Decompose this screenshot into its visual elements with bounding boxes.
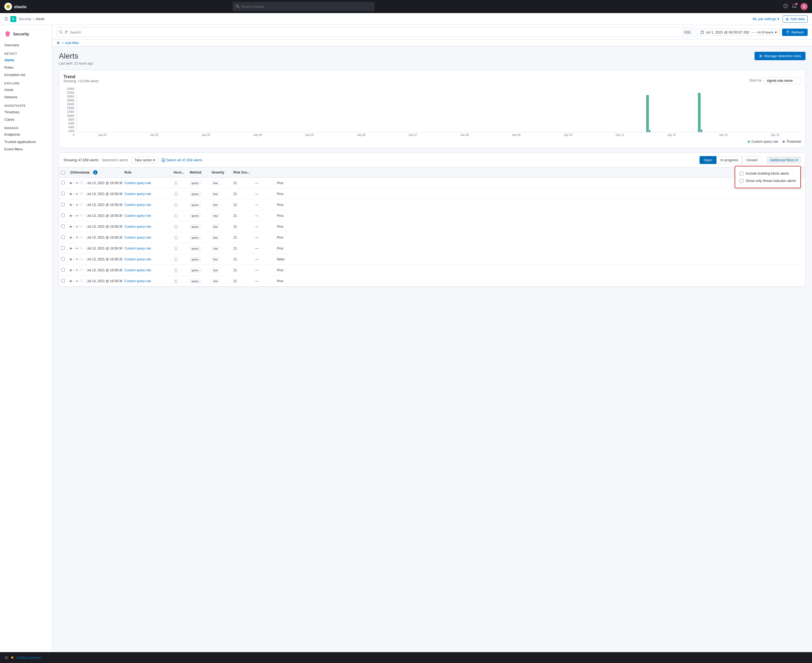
take-action-button[interactable]: Take action ▾ bbox=[132, 157, 158, 163]
row-rule-link[interactable]: Custom query rule bbox=[124, 181, 151, 185]
add-data-button[interactable]: ⊕ Add data bbox=[783, 16, 808, 23]
row-circle-icon: ○ bbox=[73, 247, 75, 250]
col-rule[interactable]: Rule bbox=[122, 169, 171, 176]
tab-open[interactable]: Open bbox=[699, 156, 717, 164]
filter-toggle-icon[interactable]: ⊕ bbox=[57, 40, 60, 45]
col-severity[interactable]: Severity bbox=[210, 169, 231, 176]
sidebar-section-explore: Explore bbox=[0, 78, 52, 86]
sidebar-item-trusted-applications[interactable]: Trusted applications bbox=[0, 138, 52, 146]
sidebar-item-timelines[interactable]: Timelines bbox=[0, 108, 52, 116]
row-expand-icon[interactable]: ▶ bbox=[70, 225, 72, 228]
date-range-picker[interactable]: Jul 1, 2021 @ 00:55:07.282 → ~ in 9 hour… bbox=[697, 29, 780, 36]
last-alert-text: Last alert: 22 hours ago bbox=[59, 61, 93, 65]
sidebar-item-alerts[interactable]: Alerts bbox=[0, 57, 52, 64]
sidebar-item-exception-list[interactable]: Exception list bbox=[0, 71, 52, 78]
row-more-icon: ··· bbox=[84, 181, 86, 184]
row-expand-icon[interactable]: ▶ bbox=[70, 192, 72, 196]
row-method: query bbox=[187, 267, 210, 273]
row-expand-icon[interactable]: ▶ bbox=[70, 236, 72, 239]
elastic-logo[interactable]: elastic bbox=[4, 3, 27, 10]
sidebar-item-overview[interactable]: Overview bbox=[0, 41, 52, 49]
col-method[interactable]: Method bbox=[187, 169, 210, 176]
col-proc bbox=[275, 169, 297, 176]
search-query-input[interactable] bbox=[70, 30, 681, 34]
tab-in-progress[interactable]: In progress bbox=[717, 156, 742, 164]
additional-filters-button[interactable]: Additional filters ▾ bbox=[767, 157, 801, 163]
timeline-name[interactable]: Untitled timeline bbox=[16, 656, 41, 660]
help-icon[interactable]: ? bbox=[783, 3, 788, 10]
row-version: 1 bbox=[171, 223, 187, 230]
sidebar-item-endpoints[interactable]: Endpoints bbox=[0, 131, 52, 138]
row-version: 1 bbox=[171, 180, 187, 186]
global-search-input[interactable] bbox=[241, 5, 371, 9]
sidebar-item-rules[interactable]: Rules bbox=[0, 64, 52, 71]
row-checkbox[interactable] bbox=[59, 202, 68, 208]
row-rule-link[interactable]: Custom query rule bbox=[124, 246, 151, 250]
trend-panel: Trend Showing: >10,000 alerts Stack by s… bbox=[59, 70, 806, 148]
row-circle-icon: ○ bbox=[73, 214, 75, 217]
table-row: ▶ ○ ⊕ 📄 ··· Jul 13, 2021 @ 16:58:36.038 … bbox=[59, 210, 805, 221]
threat-indicator-checkbox[interactable] bbox=[739, 179, 743, 183]
row-checkbox[interactable] bbox=[59, 256, 68, 263]
timeline-add-button[interactable]: ⊕ bbox=[4, 655, 8, 661]
row-checkbox[interactable] bbox=[59, 278, 68, 285]
row-rule-link[interactable]: Custom query rule bbox=[124, 279, 151, 283]
include-building-block-checkbox[interactable] bbox=[739, 171, 743, 175]
kql-badge[interactable]: KQL bbox=[683, 30, 693, 35]
ml-job-settings-button[interactable]: ML job settings ▾ bbox=[753, 17, 779, 21]
row-extra: — bbox=[253, 202, 275, 208]
legend-dot-custom bbox=[748, 141, 750, 143]
row-version: 1 bbox=[171, 256, 187, 263]
row-expand-icon[interactable]: ▶ bbox=[70, 181, 72, 185]
row-checkbox[interactable] bbox=[59, 180, 68, 186]
sidebar-item-cases[interactable]: Cases bbox=[0, 116, 52, 123]
tab-closed[interactable]: Closed bbox=[742, 156, 761, 164]
row-expand-icon[interactable]: ▶ bbox=[70, 279, 72, 283]
row-timestamp: Jul 13, 2021 @ 16:58:36.036 bbox=[87, 246, 122, 250]
severity-pill: low bbox=[211, 225, 220, 229]
row-checkbox[interactable] bbox=[59, 191, 68, 197]
row-rule-link[interactable]: Custom query rule bbox=[124, 225, 151, 228]
filter-threat-indicator[interactable]: Show only threat indicator alerts bbox=[739, 177, 796, 184]
row-rule-link[interactable]: Custom query rule bbox=[124, 214, 151, 218]
notifications-icon[interactable] bbox=[792, 3, 797, 10]
stack-by-select[interactable]: signal.rule.name bbox=[764, 77, 801, 84]
filter-include-building-blocks[interactable]: Include building block alerts bbox=[739, 170, 796, 177]
svg-rect-11 bbox=[65, 32, 67, 32]
row-rule-link[interactable]: Custom query rule bbox=[124, 192, 151, 196]
add-filter-button[interactable]: + Add filter bbox=[62, 41, 79, 45]
row-expand-icon[interactable]: ▶ bbox=[70, 214, 72, 217]
select-all-button[interactable]: Select all 47,658 alerts bbox=[166, 158, 202, 162]
row-checkbox[interactable] bbox=[59, 234, 68, 241]
col-risk-score[interactable]: Risk Sco... bbox=[231, 169, 253, 176]
row-expand-icon[interactable]: ▶ bbox=[70, 203, 72, 207]
row-method: query bbox=[187, 245, 210, 252]
row-method: query bbox=[187, 256, 210, 263]
col-version[interactable]: Versi... bbox=[171, 169, 187, 176]
sidebar-item-network[interactable]: Network bbox=[0, 94, 52, 101]
hamburger-menu-icon[interactable]: ☰ bbox=[4, 16, 8, 21]
row-circle-icon: ○ bbox=[73, 268, 75, 272]
row-rule-link[interactable]: Custom query rule bbox=[124, 236, 151, 239]
row-rule-link[interactable]: Custom query rule bbox=[124, 257, 151, 261]
refresh-button[interactable]: Refresh bbox=[782, 29, 808, 36]
row-file-icon: 📄 bbox=[79, 258, 82, 261]
row-checkbox[interactable] bbox=[59, 267, 68, 273]
row-expand-icon[interactable]: ▶ bbox=[70, 257, 72, 261]
row-rule-link[interactable]: Custom query rule bbox=[124, 203, 151, 207]
global-search-bar[interactable] bbox=[233, 2, 375, 11]
col-timestamp[interactable]: @timestamp ↓ 1 bbox=[68, 169, 122, 176]
breadcrumb-security[interactable]: Security bbox=[19, 17, 31, 21]
row-expand-icon[interactable]: ▶ bbox=[70, 268, 72, 272]
row-checkbox[interactable] bbox=[59, 223, 68, 230]
row-checkbox[interactable] bbox=[59, 212, 68, 219]
row-rule-link[interactable]: Custom query rule bbox=[124, 268, 151, 272]
row-expand-icon[interactable]: ▶ bbox=[70, 246, 72, 250]
method-pill: query bbox=[190, 268, 201, 272]
select-all-checkbox[interactable] bbox=[61, 171, 65, 174]
user-avatar[interactable]: U bbox=[801, 3, 808, 10]
manage-detection-rules-button[interactable]: Manage detection rules bbox=[754, 52, 806, 60]
row-checkbox[interactable] bbox=[59, 245, 68, 252]
sidebar-item-event-filters[interactable]: Event filters bbox=[0, 146, 52, 153]
sidebar-item-hosts[interactable]: Hosts bbox=[0, 86, 52, 94]
